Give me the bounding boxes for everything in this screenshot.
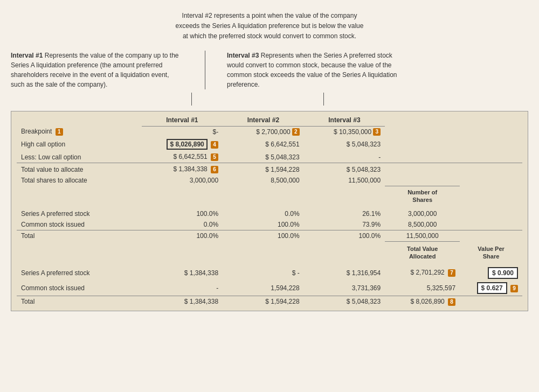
total-value-col1: $ 1,384,338 6 xyxy=(142,163,223,175)
total-shares-row: Total shares to allocate 3,000,000 8,500… xyxy=(17,175,522,186)
breakpoint-badge1: 1 xyxy=(56,128,63,136)
total-value-col3: $ 5,048,323 xyxy=(304,163,385,175)
high-call-option-row: High call option $ 8,026,890 4 $ 6,642,5… xyxy=(17,137,522,151)
total-shares-col2: 8,500,000 xyxy=(223,175,304,186)
less-low-call-col1: $ 6,642,551 5 xyxy=(142,151,223,163)
total-shares-count: 11,500,000 xyxy=(385,230,460,242)
series-a-vps: $ 0.900 xyxy=(460,265,522,281)
total-val-col3: $ 5,048,323 xyxy=(304,296,385,307)
series-a-val-row: Series A preferred stock $ 1,384,338 $ -… xyxy=(17,265,522,281)
common-stock-shares: 8,500,000 xyxy=(385,219,460,230)
top-center-text: Interval #2 represents a point when the … xyxy=(176,12,364,40)
less-low-call-col3: - xyxy=(304,151,385,163)
total-shares-label: Total shares to allocate xyxy=(17,175,142,186)
interval1-header: Interval #1 xyxy=(142,115,223,127)
breakpoint-col2: $ 2,700,0002 xyxy=(223,126,304,137)
less-low-call-row: Less: Low call option $ 6,642,551 5 $ 5,… xyxy=(17,151,522,163)
high-call-label: High call option xyxy=(17,137,142,151)
total-shares-col3: 11,500,000 xyxy=(304,175,385,186)
high-call-col2: $ 6,642,551 xyxy=(223,137,304,151)
common-stock-pct-row: Common stock issued 0.0% 100.0% 73.9% 8,… xyxy=(17,219,522,230)
series-a-pct-row: Series A preferred stock 100.0% 0.0% 26.… xyxy=(17,208,522,219)
interval1-description: Interval #1 Represents the value of the … xyxy=(11,51,183,89)
common-stock-pct-col3: 73.9% xyxy=(304,219,385,230)
interval2-header: Interval #2 xyxy=(223,115,304,127)
interval3-header: Interval #3 xyxy=(304,115,385,127)
num-shares-header-row: Number ofShares xyxy=(17,186,522,205)
series-a-val-col1: $ 1,384,338 xyxy=(142,265,223,281)
less-low-call-label: Less: Low call option xyxy=(17,151,142,163)
total-pct-row: Total 100.0% 100.0% 100.0% 11,500,000 xyxy=(17,230,522,242)
value-headers-row: Total ValueAllocated Value PerShare xyxy=(17,242,522,262)
common-stock-pct-col2: 100.0% xyxy=(223,219,304,230)
total-pct-label: Total xyxy=(17,230,142,242)
common-stock-pct-label: Common stock issued xyxy=(17,219,142,230)
series-a-val-col2: $ - xyxy=(223,265,304,281)
value-per-share-header: Value PerShare xyxy=(460,242,522,262)
less-low-call-col2: $ 5,048,323 xyxy=(223,151,304,163)
total-value-label: Total value to allocate xyxy=(17,163,142,175)
total-val-label: Total xyxy=(17,296,142,307)
series-a-total-val: $ 2,701,292 7 xyxy=(385,265,460,281)
breakpoint-col1: $- xyxy=(142,126,223,137)
common-stock-vps: $ 0.627 9 xyxy=(460,281,522,296)
total-shares-col1: 3,000,000 xyxy=(142,175,223,186)
common-stock-val-row: Common stock issued - 1,594,228 3,731,36… xyxy=(17,281,522,296)
breakpoint-label: Breakpoint xyxy=(21,128,52,135)
series-a-pct-col3: 26.1% xyxy=(304,208,385,219)
total-pct-col3: 100.0% xyxy=(304,230,385,242)
high-call-col3: $ 5,048,323 xyxy=(304,137,385,151)
total-pct-col2: 100.0% xyxy=(223,230,304,242)
total-value-allocated-header: Total ValueAllocated xyxy=(385,242,460,262)
total-val-row: Total $ 1,384,338 $ 1,594,228 $ 5,048,32… xyxy=(17,296,522,307)
total-val-col2: $ 1,594,228 xyxy=(223,296,304,307)
common-stock-total-val: 5,325,597 xyxy=(385,281,460,296)
breakpoint-row: Breakpoint 1 $- $ 2,700,0002 $ 10,350,00… xyxy=(17,126,522,137)
breakpoint-col3: $ 10,350,0003 xyxy=(304,126,385,137)
total-val-col1: $ 1,384,338 xyxy=(142,296,223,307)
series-a-shares: 3,000,000 xyxy=(385,208,460,219)
series-a-pct-label: Series A preferred stock xyxy=(17,208,142,219)
total-value-col2: $ 1,594,228 xyxy=(223,163,304,175)
total-value-row: Total value to allocate $ 1,384,338 6 $ … xyxy=(17,163,522,175)
series-a-val-col3: $ 1,316,954 xyxy=(304,265,385,281)
interval3-description: Interval #3 Represents when the Series A… xyxy=(227,51,410,89)
series-a-val-label: Series A preferred stock xyxy=(17,265,142,281)
common-stock-val-col1: - xyxy=(142,281,223,296)
series-a-pct-col2: 0.0% xyxy=(223,208,304,219)
high-call-col1: $ 8,026,890 4 xyxy=(142,137,223,151)
common-stock-pct-col1: 0.0% xyxy=(142,219,223,230)
total-pct-col1: 100.0% xyxy=(142,230,223,242)
num-shares-header: Number ofShares xyxy=(385,186,460,205)
common-stock-val-col2: 1,594,228 xyxy=(223,281,304,296)
main-table-container: Interval #1 Interval #2 Interval #3 Brea… xyxy=(11,111,528,311)
common-stock-val-col3: 3,731,369 xyxy=(304,281,385,296)
common-stock-val-label: Common stock issued xyxy=(17,281,142,296)
series-a-pct-col1: 100.0% xyxy=(142,208,223,219)
total-val-total: $ 8,026,890 8 xyxy=(385,296,460,307)
